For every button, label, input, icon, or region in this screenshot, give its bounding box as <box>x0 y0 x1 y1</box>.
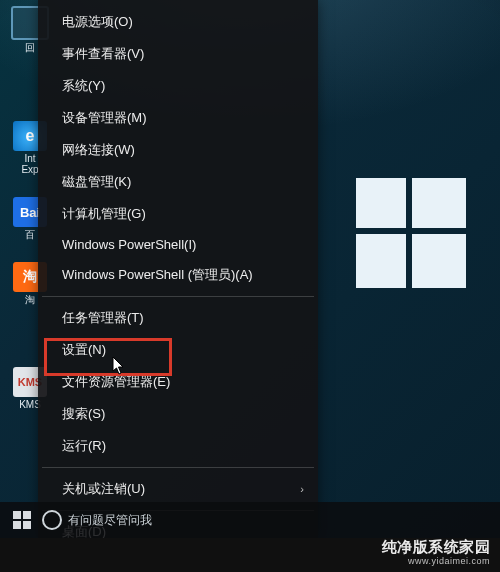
chevron-right-icon: › <box>300 483 304 495</box>
menu-separator <box>42 296 314 297</box>
watermark-url: www.yidaimei.com <box>382 556 491 566</box>
menu-item-task-manager[interactable]: 任务管理器(T) <box>38 302 318 334</box>
menu-item-run[interactable]: 运行(R) <box>38 430 318 462</box>
svg-rect-1 <box>23 511 31 519</box>
cortana-ring-icon <box>42 510 62 530</box>
menu-separator <box>42 467 314 468</box>
menu-item-powershell[interactable]: Windows PowerShell(I) <box>38 230 318 259</box>
menu-item-search[interactable]: 搜索(S) <box>38 398 318 430</box>
menu-item-network-connections[interactable]: 网络连接(W) <box>38 134 318 166</box>
menu-item-power-options[interactable]: 电源选项(O) <box>38 6 318 38</box>
winx-menu: 电源选项(O) 事件查看器(V) 系统(Y) 设备管理器(M) 网络连接(W) … <box>38 0 318 538</box>
menu-item-disk-management[interactable]: 磁盘管理(K) <box>38 166 318 198</box>
windows-start-icon <box>13 511 31 529</box>
taskbar: 有问题尽管问我 <box>0 502 500 538</box>
start-button[interactable] <box>4 502 40 538</box>
screenshot-root: 回 e Int Exp Bai 百 淘 淘 KMS KMS 电源选项(O) 事件… <box>0 0 500 572</box>
menu-item-settings[interactable]: 设置(N) <box>38 334 318 366</box>
watermark-title: 纯净版系统家园 <box>382 538 491 555</box>
svg-rect-3 <box>23 521 31 529</box>
menu-item-computer-management[interactable]: 计算机管理(G) <box>38 198 318 230</box>
menu-item-file-explorer[interactable]: 文件资源管理器(E) <box>38 366 318 398</box>
cortana-hint-text: 有问题尽管问我 <box>68 512 152 529</box>
menu-item-event-viewer[interactable]: 事件查看器(V) <box>38 38 318 70</box>
windows-logo-icon <box>356 178 466 288</box>
menu-item-shutdown-signout[interactable]: 关机或注销(U) › <box>38 473 318 505</box>
cortana-search[interactable]: 有问题尽管问我 <box>42 510 152 530</box>
menu-item-device-manager[interactable]: 设备管理器(M) <box>38 102 318 134</box>
menu-item-powershell-admin[interactable]: Windows PowerShell (管理员)(A) <box>38 259 318 291</box>
menu-item-system[interactable]: 系统(Y) <box>38 70 318 102</box>
svg-rect-2 <box>13 521 21 529</box>
svg-rect-0 <box>13 511 21 519</box>
watermark: 纯净版系统家园 www.yidaimei.com <box>382 538 491 566</box>
